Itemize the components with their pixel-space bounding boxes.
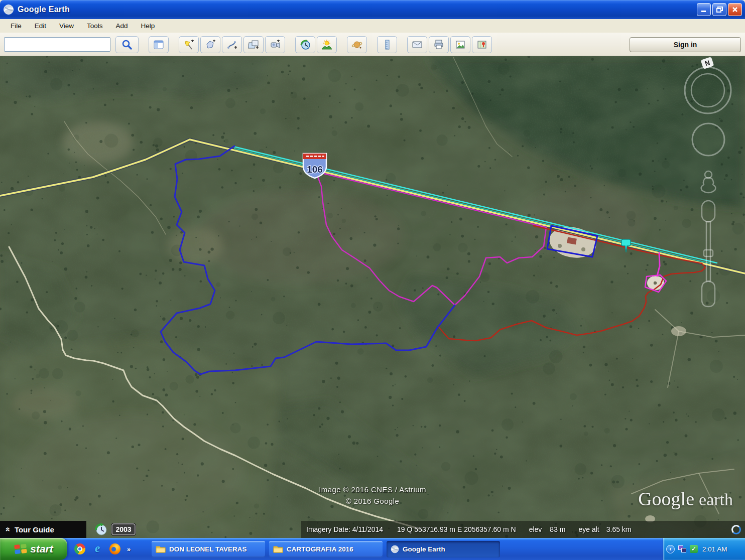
minimize-button[interactable] xyxy=(697,3,711,16)
trail-faint-east-b xyxy=(668,331,679,387)
windows-logo-icon xyxy=(14,543,27,555)
sign-in-button[interactable]: Sign in xyxy=(630,37,741,52)
sunlight-button[interactable] xyxy=(317,36,337,53)
add-polygon-button[interactable] xyxy=(200,36,220,53)
zoom-slider[interactable] xyxy=(702,201,715,307)
window-title: Google Earth xyxy=(18,5,70,14)
menu-edit[interactable]: Edit xyxy=(28,21,53,31)
view-in-google-maps-button[interactable] xyxy=(472,36,492,53)
highway-road xyxy=(0,139,745,273)
menu-file[interactable]: File xyxy=(4,21,28,31)
boundary-blue xyxy=(161,146,455,374)
chevron-up-icon: « xyxy=(4,527,13,532)
add-path-button[interactable] xyxy=(222,36,242,53)
google-earth-window: Google Earth File Edit View Tools Add He… xyxy=(0,0,745,560)
imagery-copyright: Image © 2016 CNES / Astrium © 2016 Googl… xyxy=(319,484,426,507)
compound-magenta xyxy=(645,275,666,292)
path-icon xyxy=(226,39,237,50)
add-placemark-button[interactable] xyxy=(179,36,199,53)
add-image-overlay-button[interactable] xyxy=(243,36,264,53)
firefox-icon[interactable] xyxy=(109,543,120,554)
elevation-label: elev xyxy=(529,525,542,533)
imagery-year-badge[interactable]: 2003 xyxy=(111,523,136,535)
track-teal xyxy=(234,149,710,263)
taskbar-item-don-leonel-taveras[interactable]: DON LEONEL TAVERAS xyxy=(152,541,265,557)
internet-explorer-icon[interactable]: e xyxy=(92,543,103,554)
ruler-button[interactable] xyxy=(377,36,397,53)
map-overlays xyxy=(0,56,745,538)
map-viewport[interactable]: 106 N xyxy=(0,56,745,538)
email-icon xyxy=(412,39,423,50)
toolbar: Sign in xyxy=(0,33,745,56)
menu-help[interactable]: Help xyxy=(135,21,162,31)
start-label: start xyxy=(30,543,53,555)
utm-coordinates: 19 Q 553716.93 m E 2056357.60 m N xyxy=(397,525,516,533)
folder-icon xyxy=(273,545,283,553)
close-button[interactable] xyxy=(728,3,742,16)
polygon-icon xyxy=(205,39,216,50)
ruler-icon xyxy=(382,39,393,50)
historical-imagery-icon xyxy=(300,39,311,50)
google-earth-logo-icon xyxy=(3,4,14,15)
saturn-icon xyxy=(351,39,362,50)
historical-imagery-status-icon[interactable] xyxy=(94,523,107,536)
sidebar-icon xyxy=(153,39,164,50)
eye-altitude-label: eye alt xyxy=(578,525,599,533)
quick-launch-bar: e » xyxy=(74,543,148,554)
network-icon[interactable] xyxy=(678,545,686,552)
record-tour-icon xyxy=(270,39,281,50)
google-earth-logo-icon xyxy=(391,545,399,553)
spur-magenta xyxy=(657,253,660,276)
antivirus-shield-icon[interactable]: ✓ xyxy=(690,545,698,553)
record-tour-button[interactable] xyxy=(265,36,285,53)
map-status-bar: « Tour Guide 2003 Imagery Date: 4/11/201… xyxy=(0,521,745,538)
image-overlay-icon xyxy=(248,39,259,50)
window-titlebar: Google Earth xyxy=(0,0,745,19)
status-readout: Imagery Date: 4/11/2014 19 Q 553716.93 m… xyxy=(301,521,745,538)
historical-imagery-button[interactable] xyxy=(295,36,315,53)
show-sidebar-button[interactable] xyxy=(149,36,169,53)
chrome-icon[interactable] xyxy=(74,543,85,554)
taskbar-item-google-earth[interactable]: Google Earth xyxy=(387,541,500,557)
elevation-value: 83 m xyxy=(550,525,565,533)
save-image-icon xyxy=(455,39,466,50)
trail-faint-northwest xyxy=(64,121,166,234)
navigation-controls[interactable] xyxy=(677,60,737,321)
track-cyan xyxy=(233,147,717,263)
print-icon xyxy=(433,39,444,50)
eye-altitude-value: 3.65 km xyxy=(606,525,632,533)
menu-add[interactable]: Add xyxy=(109,21,135,31)
start-button[interactable]: start xyxy=(0,538,67,560)
google-maps-icon xyxy=(476,39,487,50)
sunlight-icon xyxy=(321,39,332,50)
menu-tools[interactable]: Tools xyxy=(80,21,109,31)
trail-faint-northeast xyxy=(453,57,512,157)
tray-hide-icons-chevron[interactable]: ‹ xyxy=(666,545,675,553)
print-button[interactable] xyxy=(429,36,449,53)
taskbar-item-cartografia-2016[interactable]: CARTOGRAFIA 2016 xyxy=(269,541,383,557)
menu-view[interactable]: View xyxy=(53,21,80,31)
system-tray: ‹ ✓ 2:01 AM xyxy=(663,538,745,560)
imagery-date: Imagery Date: 4/11/2014 xyxy=(306,525,383,533)
tray-clock[interactable]: 2:01 AM xyxy=(702,545,727,553)
windows-taskbar: start e » DON LEONEL TAVERAS CARTOGRAFIA… xyxy=(0,538,745,560)
zoom-slider-knob[interactable] xyxy=(704,250,713,256)
planets-button[interactable] xyxy=(347,36,367,53)
email-button[interactable] xyxy=(407,36,427,53)
streaming-spinner-icon xyxy=(731,525,741,534)
placemark-pin-cyan[interactable] xyxy=(620,238,633,254)
street-view-pegman[interactable] xyxy=(701,171,716,193)
menu-bar: File Edit View Tools Add Help xyxy=(0,19,745,33)
highway-road xyxy=(0,139,745,273)
quick-launch-overflow-chevron[interactable]: » xyxy=(127,545,131,553)
tour-guide-button[interactable]: « Tour Guide xyxy=(0,521,86,538)
save-image-button[interactable] xyxy=(450,36,470,53)
search-button[interactable] xyxy=(115,36,139,53)
restore-button[interactable] xyxy=(712,3,726,16)
search-icon xyxy=(121,39,133,51)
look-joystick[interactable] xyxy=(692,123,724,156)
boundary-magenta xyxy=(316,172,546,305)
search-input[interactable] xyxy=(4,37,110,52)
placemark-icon xyxy=(183,39,194,50)
google-earth-watermark: Google earth xyxy=(638,488,733,510)
